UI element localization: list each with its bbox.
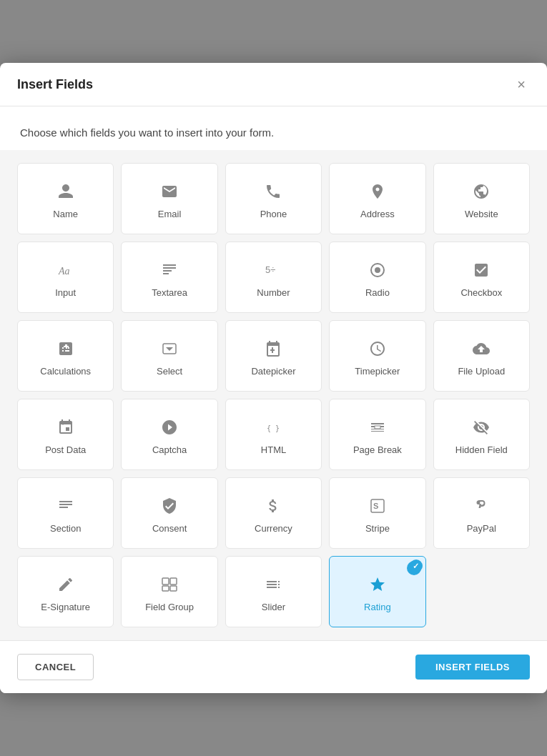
modal-footer: CANCEL INSERT FIELDS <box>0 640 547 693</box>
field-item-select[interactable]: Select <box>121 320 217 392</box>
fieldgroup-label: Field Group <box>145 602 194 612</box>
currency-label: Currency <box>255 523 292 534</box>
insert-fields-button[interactable]: INSERT FIELDS <box>415 655 530 680</box>
postdata-label: Post Data <box>45 444 86 455</box>
hiddenfield-icon <box>473 417 490 437</box>
html-icon: { } <box>265 417 282 437</box>
phone-label: Phone <box>260 209 287 219</box>
field-item-radio[interactable]: Radio <box>329 242 425 313</box>
field-item-phone[interactable]: Phone <box>225 163 322 234</box>
field-item-hiddenfield[interactable]: Hidden Field <box>433 399 530 470</box>
phone-icon <box>265 181 282 202</box>
svg-point-3 <box>375 267 380 273</box>
currency-icon <box>265 496 282 516</box>
field-item-textarea[interactable]: Textarea <box>121 242 217 313</box>
modal-header: Insert Fields × <box>0 63 547 106</box>
fields-grid-area: NameEmailPhoneAddressWebsiteAaInputTexta… <box>0 150 547 640</box>
section-label: Section <box>50 523 81 534</box>
address-label: Address <box>360 209 395 219</box>
esignature-label: E-Signature <box>41 602 90 612</box>
field-item-postdata[interactable]: Post Data <box>17 399 114 470</box>
timepicker-label: Timepicker <box>355 366 400 377</box>
pagebreak-label: Page Break <box>353 444 402 455</box>
radio-icon <box>369 260 386 280</box>
esignature-icon <box>57 575 74 595</box>
rating-icon <box>369 575 386 595</box>
field-item-number[interactable]: 5÷Number <box>225 242 322 313</box>
svg-text:{  }: { } <box>267 424 280 432</box>
select-label: Select <box>157 366 182 377</box>
email-label: Email <box>158 209 182 219</box>
website-icon <box>473 181 490 202</box>
field-item-datepicker[interactable]: Datepicker <box>225 320 322 392</box>
cancel-button[interactable]: CANCEL <box>17 654 94 680</box>
postdata-icon <box>57 417 74 437</box>
select-icon <box>161 339 178 359</box>
field-item-captcha[interactable]: Captcha <box>121 399 217 470</box>
field-item-slider[interactable]: Slider <box>225 556 322 627</box>
checkbox-icon <box>473 260 490 280</box>
fields-grid: NameEmailPhoneAddressWebsiteAaInputTexta… <box>17 163 530 627</box>
modal-title: Insert Fields <box>17 77 93 92</box>
checkbox-label: Checkbox <box>460 287 502 298</box>
svg-rect-12 <box>170 586 177 591</box>
field-item-timepicker[interactable]: Timepicker <box>329 320 425 392</box>
fieldgroup-icon <box>161 575 178 595</box>
textarea-icon <box>161 260 178 280</box>
input-icon: Aa <box>57 260 74 280</box>
slider-label: Slider <box>262 602 285 612</box>
rating-label: Rating <box>364 602 391 612</box>
field-item-paypal[interactable]: PayPal <box>433 477 530 549</box>
svg-text:Aa: Aa <box>58 266 70 277</box>
field-item-calculations[interactable]: Calculations <box>17 320 114 392</box>
fileupload-icon <box>473 339 490 359</box>
field-item-rating[interactable]: Rating✓ <box>329 556 425 627</box>
svg-text:S: S <box>373 502 378 510</box>
fileupload-label: File Upload <box>458 366 505 377</box>
insert-fields-modal: Insert Fields × Choose which fields you … <box>0 63 547 693</box>
svg-rect-11 <box>162 586 169 591</box>
field-item-checkbox[interactable]: Checkbox <box>433 242 530 313</box>
field-item-name[interactable]: Name <box>17 163 114 234</box>
modal-description: Choose which fields you want to insert i… <box>0 106 547 150</box>
calculations-icon <box>57 339 74 359</box>
svg-rect-6 <box>375 426 380 429</box>
field-item-fileupload[interactable]: File Upload <box>433 320 530 392</box>
svg-text:5÷: 5÷ <box>265 264 275 275</box>
pagebreak-icon <box>369 417 386 437</box>
datepicker-label: Datepicker <box>251 366 295 377</box>
field-item-currency[interactable]: Currency <box>225 477 322 549</box>
consent-icon <box>161 496 178 516</box>
consent-label: Consent <box>152 523 187 534</box>
stripe-icon: S <box>369 496 386 516</box>
address-icon <box>369 181 386 202</box>
slider-icon <box>265 575 282 595</box>
svg-rect-10 <box>170 578 177 585</box>
textarea-label: Textarea <box>152 287 187 298</box>
captcha-icon <box>161 417 178 437</box>
paypal-icon <box>473 496 490 516</box>
section-icon <box>57 496 74 516</box>
svg-rect-9 <box>162 578 169 585</box>
field-item-input[interactable]: AaInput <box>17 242 114 313</box>
field-item-html[interactable]: { }HTML <box>225 399 322 470</box>
field-item-section[interactable]: Section <box>17 477 114 549</box>
field-item-consent[interactable]: Consent <box>121 477 217 549</box>
field-item-email[interactable]: Email <box>121 163 217 234</box>
field-item-fieldgroup[interactable]: Field Group <box>121 556 217 627</box>
field-item-stripe[interactable]: SStripe <box>329 477 425 549</box>
name-icon <box>57 181 74 202</box>
stripe-label: Stripe <box>365 523 390 534</box>
timepicker-icon <box>369 339 386 359</box>
field-item-address[interactable]: Address <box>329 163 425 234</box>
calculations-label: Calculations <box>40 366 91 377</box>
close-button[interactable]: × <box>513 76 530 93</box>
website-label: Website <box>465 209 498 219</box>
field-item-pagebreak[interactable]: Page Break <box>329 399 425 470</box>
number-icon: 5÷ <box>265 260 282 280</box>
hiddenfield-label: Hidden Field <box>455 444 508 455</box>
field-item-website[interactable]: Website <box>433 163 530 234</box>
number-label: Number <box>257 287 290 298</box>
rating-selected-badge: ✓ <box>407 561 421 575</box>
field-item-esignature[interactable]: E-Signature <box>17 556 114 627</box>
